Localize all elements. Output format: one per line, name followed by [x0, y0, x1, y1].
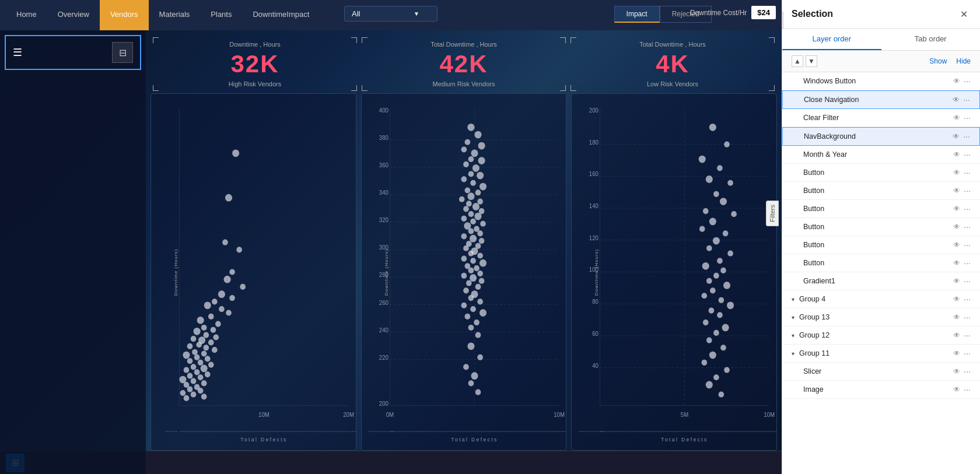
layer-item[interactable]: Button👁··· — [782, 164, 980, 182]
move-up-button[interactable]: ▲ — [792, 55, 803, 67]
more-options-icon[interactable]: ··· — [964, 168, 971, 177]
svg-point-202 — [706, 278, 712, 284]
layer-item[interactable]: Image👁··· — [782, 381, 980, 399]
layer-item[interactable]: Month & Year👁··· — [782, 146, 980, 164]
svg-point-199 — [702, 262, 709, 270]
more-options-icon[interactable]: ··· — [964, 385, 971, 394]
svg-point-195 — [713, 237, 720, 245]
eye-icon[interactable]: 👁 — [953, 96, 960, 104]
svg-point-96 — [477, 172, 484, 180]
layer-item[interactable]: Button👁··· — [782, 236, 980, 254]
svg-point-150 — [467, 342, 474, 350]
group-chevron-icon[interactable]: ▾ — [792, 314, 794, 321]
nav-tab-materials[interactable]: Materials — [149, 0, 201, 30]
layer-item[interactable]: Close Navigation👁··· — [782, 90, 980, 109]
layer-item[interactable]: ▾Group 13👁··· — [782, 308, 980, 326]
more-options-icon[interactable]: ··· — [964, 276, 971, 286]
eye-icon[interactable]: 👁 — [953, 150, 960, 159]
impact-button[interactable]: Impact — [614, 6, 660, 23]
layer-item[interactable]: NavBackground👁··· — [782, 127, 980, 146]
nav-tab-home[interactable]: Home — [6, 0, 47, 30]
svg-point-6 — [229, 269, 235, 275]
more-options-icon[interactable]: ··· — [964, 349, 971, 358]
eye-icon[interactable]: 👁 — [953, 331, 960, 339]
svg-point-27 — [187, 343, 193, 349]
more-options-icon[interactable]: ··· — [964, 294, 971, 304]
eye-icon[interactable]: 👁 — [953, 241, 960, 249]
layer-item[interactable]: Button👁··· — [782, 200, 980, 218]
eye-icon[interactable]: 👁 — [953, 259, 960, 267]
tab-layer-order[interactable]: Layer order — [782, 29, 881, 50]
svg-point-20 — [194, 328, 201, 335]
eye-icon[interactable]: 👁 — [953, 277, 960, 285]
eye-icon[interactable]: 👁 — [953, 77, 960, 85]
nav-tab-vendors[interactable]: Vendors — [100, 0, 149, 30]
layer-item[interactable]: ▾Group 12👁··· — [782, 326, 980, 345]
layer-icons: 👁··· — [953, 113, 971, 122]
show-button[interactable]: Show — [929, 57, 947, 65]
kpi-sub-medium: Medium Risk Vendors — [433, 80, 495, 87]
more-options-icon[interactable]: ··· — [964, 150, 971, 159]
tab-tab-order[interactable]: Tab order — [881, 29, 981, 50]
hamburger-icon[interactable]: ☰ — [13, 46, 22, 59]
move-down-button[interactable]: ▼ — [806, 55, 817, 67]
svg-point-18 — [201, 325, 207, 331]
svg-point-87 — [464, 139, 470, 145]
filters-side-tab[interactable]: Filters — [766, 201, 779, 226]
filter-icon-button[interactable]: ⊟ — [112, 42, 133, 63]
more-options-icon[interactable]: ··· — [964, 258, 971, 268]
eye-icon[interactable]: 👁 — [953, 114, 960, 122]
svg-point-28 — [203, 345, 209, 350]
layer-item[interactable]: Gradient1👁··· — [782, 272, 980, 290]
more-options-icon[interactable]: ··· — [964, 76, 971, 86]
more-options-icon[interactable]: ··· — [964, 204, 971, 213]
more-options-icon[interactable]: ··· — [964, 331, 971, 340]
eye-icon[interactable]: 👁 — [953, 168, 960, 177]
nav-tab-downtime[interactable]: DowntimeImpact — [242, 0, 320, 30]
svg-point-102 — [467, 192, 474, 200]
group-chevron-icon[interactable]: ▾ — [792, 350, 794, 357]
layer-item[interactable]: Button👁··· — [782, 218, 980, 236]
svg-point-206 — [719, 297, 724, 303]
svg-point-147 — [474, 319, 480, 325]
layer-item[interactable]: ▾Group 4👁··· — [782, 290, 980, 308]
more-options-icon[interactable]: ··· — [963, 132, 970, 141]
eye-icon[interactable]: 👁 — [953, 349, 960, 357]
eye-icon[interactable]: 👁 — [953, 385, 960, 394]
layer-item[interactable]: Clear Filter👁··· — [782, 109, 980, 127]
kpi-card-low-risk: Total Downtime , Hours 4K Low Risk Vendo… — [568, 35, 777, 93]
eye-icon[interactable]: 👁 — [953, 205, 960, 213]
eye-icon[interactable]: 👁 — [953, 313, 960, 321]
charts-area: 10M 20M Total Defects Downtime (Hours) 4… — [146, 93, 782, 451]
nav-tab-plants[interactable]: Plants — [200, 0, 242, 30]
main-canvas: Home Overview Vendors Materials Plants D… — [0, 0, 782, 474]
more-options-icon[interactable]: ··· — [964, 186, 971, 195]
layer-item[interactable]: Button👁··· — [782, 182, 980, 200]
layer-item[interactable]: Button👁··· — [782, 254, 980, 272]
layer-item[interactable]: Windows Button👁··· — [782, 72, 980, 90]
hide-button[interactable]: Hide — [956, 57, 971, 65]
more-options-icon[interactable]: ··· — [964, 240, 971, 250]
all-dropdown[interactable]: All ▼ — [344, 6, 438, 22]
group-chevron-icon[interactable]: ▾ — [792, 296, 794, 303]
panel-close-button[interactable]: ✕ — [957, 7, 971, 21]
eye-icon[interactable]: 👁 — [953, 223, 960, 231]
more-options-icon[interactable]: ··· — [964, 367, 971, 376]
svg-point-51 — [198, 388, 204, 394]
svg-point-145 — [480, 309, 487, 317]
eye-icon[interactable]: 👁 — [953, 132, 960, 141]
svg-point-42 — [205, 371, 211, 377]
layer-item[interactable]: ▾Group 11👁··· — [782, 345, 980, 363]
layer-item[interactable]: Slicer👁··· — [782, 363, 980, 381]
more-options-icon[interactable]: ··· — [964, 222, 971, 231]
more-options-icon[interactable]: ··· — [963, 95, 970, 104]
nav-tab-overview[interactable]: Overview — [47, 0, 100, 30]
eye-icon[interactable]: 👁 — [953, 367, 960, 375]
more-options-icon[interactable]: ··· — [964, 113, 971, 122]
eye-icon[interactable]: 👁 — [953, 187, 960, 195]
group-chevron-icon[interactable]: ▾ — [792, 332, 794, 339]
svg-point-152 — [463, 364, 469, 370]
eye-icon[interactable]: 👁 — [953, 295, 960, 303]
more-options-icon[interactable]: ··· — [964, 313, 971, 322]
svg-text:240: 240 — [379, 326, 388, 333]
